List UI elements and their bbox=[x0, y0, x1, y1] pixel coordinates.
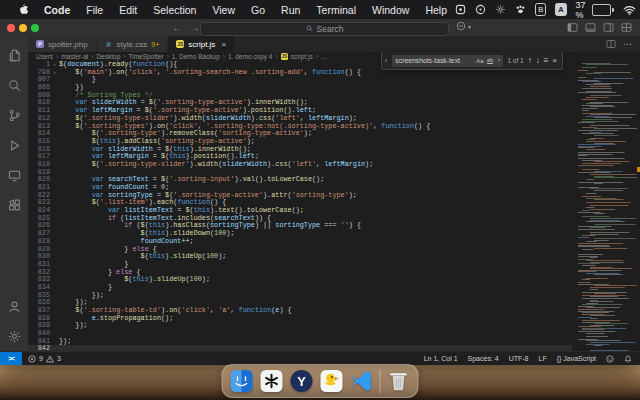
code-line[interactable]: 811 var leftMargin = $('.sorting-type-ac… bbox=[28, 107, 572, 115]
code-line[interactable]: 810 var sliderWidth = $('.sorting-type-a… bbox=[28, 99, 572, 107]
code-line[interactable]: 814 $('.sorting-type').removeClass('sort… bbox=[28, 130, 572, 138]
problems-status[interactable]: 9 3 bbox=[22, 355, 67, 363]
code-line[interactable]: 816 var sliderWidth = $(this).innerWidth… bbox=[28, 146, 572, 154]
menu-item-help[interactable]: Help bbox=[417, 0, 455, 19]
regex-toggle[interactable]: .* bbox=[496, 58, 500, 64]
paw-icon[interactable] bbox=[515, 4, 526, 15]
code-line[interactable]: 807 } bbox=[28, 76, 572, 84]
menu-item-file[interactable]: File bbox=[78, 0, 111, 19]
code-line[interactable]: 835 }); bbox=[28, 292, 572, 300]
fold-chevron-icon[interactable]: › bbox=[50, 61, 59, 69]
code-line[interactable]: 831 } bbox=[28, 261, 572, 269]
menu-item-window[interactable]: Window bbox=[364, 0, 417, 19]
menu-item-go[interactable]: Go bbox=[243, 0, 273, 19]
breadcrumb-item[interactable]: script.js bbox=[291, 53, 313, 60]
run-debug-icon[interactable] bbox=[0, 130, 28, 160]
code-line[interactable]: 812 $('.sorting-type-slider').width(slid… bbox=[28, 115, 572, 123]
code-line[interactable]: 817 var leftMargin = $(this).position().… bbox=[28, 153, 572, 161]
letter-b-icon[interactable]: B bbox=[535, 3, 546, 16]
next-match-button[interactable]: ↓ bbox=[536, 57, 540, 65]
maximize-window-button[interactable] bbox=[31, 24, 39, 32]
menu-item-selection[interactable]: Selection bbox=[145, 0, 204, 19]
status-item-utf-8[interactable]: UTF-8 bbox=[509, 355, 529, 362]
code-line[interactable]: 823 $('.list-item').each(function() { bbox=[28, 199, 572, 207]
wifi-icon[interactable] bbox=[623, 5, 636, 15]
code-line[interactable]: 827 $(this).slideDown(100); bbox=[28, 230, 572, 238]
tab-style-css[interactable]: #style.css9+ bbox=[97, 36, 169, 52]
code-line[interactable]: 818 $('.sorting-type-slider').width(slid… bbox=[28, 161, 572, 169]
code-line[interactable]: 808 }) bbox=[28, 84, 572, 92]
minimize-window-button[interactable] bbox=[19, 24, 27, 32]
code-line[interactable]: 837 $('.sorting-table-td').on('click', '… bbox=[28, 307, 572, 315]
settings-icon[interactable] bbox=[0, 321, 28, 351]
dock-icon-chatgpt[interactable] bbox=[260, 369, 284, 393]
breadcrumb-symbol[interactable]: … bbox=[321, 53, 328, 60]
fold-chevron-icon[interactable]: › bbox=[50, 69, 59, 77]
code-line[interactable]: 829 } else { bbox=[28, 246, 572, 254]
source-control-icon[interactable] bbox=[0, 100, 28, 130]
remote-explorer-icon[interactable] bbox=[0, 160, 28, 190]
navigate-back-button[interactable]: ← bbox=[172, 22, 182, 33]
find-input[interactable] bbox=[395, 57, 473, 64]
code-line[interactable]: 842 bbox=[28, 345, 572, 351]
close-tab-icon[interactable]: × bbox=[221, 40, 226, 49]
breadcrumb-item[interactable]: 1. demo copy 4 bbox=[228, 53, 272, 60]
menu-item-code[interactable]: Code bbox=[36, 0, 78, 19]
letter-a-icon[interactable]: A bbox=[555, 3, 566, 16]
tab-spotter-php[interactable]: Pspotter.php bbox=[28, 36, 97, 52]
close-window-button[interactable] bbox=[7, 24, 15, 32]
code-line[interactable]: 832 } else { bbox=[28, 269, 572, 277]
tab-script-js[interactable]: JSscript.js× bbox=[168, 36, 235, 52]
status-item-ln[interactable]: Ln 1, Col 1 bbox=[424, 355, 458, 362]
whole-word-toggle[interactable]: ab bbox=[487, 57, 494, 64]
explorer-icon[interactable] bbox=[0, 40, 28, 70]
status-item-spaces[interactable]: Spaces: 4 bbox=[468, 355, 499, 362]
command-center-search[interactable]: Search bbox=[200, 22, 449, 36]
menu-item-view[interactable]: View bbox=[204, 0, 243, 19]
extensions-icon[interactable] bbox=[0, 190, 28, 220]
customize-layout-icon[interactable] bbox=[621, 22, 632, 33]
code-editor[interactable]: 1›$(document).ready(function(){798› $('m… bbox=[28, 61, 640, 351]
remote-indicator[interactable]: >< bbox=[0, 352, 22, 365]
battery-indicator[interactable]: 37 % bbox=[576, 0, 614, 20]
split-editor-icon[interactable] bbox=[606, 39, 616, 49]
menu-item-run[interactable]: Run bbox=[273, 0, 308, 19]
toggle-primary-sidebar-icon[interactable] bbox=[567, 22, 578, 33]
code-line[interactable]: 840 bbox=[28, 330, 572, 338]
code-line[interactable]: 841}); bbox=[28, 338, 572, 346]
dock-icon-y-browser[interactable]: Y bbox=[290, 369, 314, 393]
code-line[interactable]: 819 bbox=[28, 169, 572, 177]
code-line[interactable]: 813 $('.sorting-types').on('click', '.so… bbox=[28, 123, 572, 131]
dock-icon-cyberduck[interactable] bbox=[320, 369, 344, 393]
breadcrumb-item[interactable]: TimeSpotter bbox=[128, 53, 163, 60]
code-line[interactable]: 833 $(this).slideUp(100); bbox=[28, 276, 572, 284]
toggle-panel-icon[interactable] bbox=[585, 22, 596, 33]
code-line[interactable]: 830 $(this).slideUp(100); bbox=[28, 253, 572, 261]
apple-menu[interactable] bbox=[9, 0, 36, 19]
profile-dropdown-icon[interactable]: ▾ bbox=[456, 21, 471, 31]
code-line[interactable]: 809 /* Sorting Types */ bbox=[28, 92, 572, 100]
line-number[interactable]: 842 bbox=[28, 345, 50, 351]
code-line[interactable]: 839 }); bbox=[28, 322, 572, 330]
toggle-secondary-sidebar-icon[interactable] bbox=[603, 22, 614, 33]
breadcrumb-item[interactable]: 1. Demo Backup bbox=[172, 53, 220, 60]
navigate-forward-button[interactable]: → bbox=[190, 22, 200, 33]
accounts-icon[interactable] bbox=[0, 291, 28, 321]
code-line[interactable]: 838 e.stopPropagation(); bbox=[28, 315, 572, 323]
find-in-selection-button[interactable]: ≡ bbox=[544, 57, 549, 65]
status-item-{}[interactable]: {} JavaScript bbox=[557, 355, 596, 362]
code-line[interactable]: 824 var listItemText = $(this).text().to… bbox=[28, 207, 572, 215]
close-find-widget-button[interactable]: × bbox=[552, 57, 557, 65]
square-icon[interactable] bbox=[455, 4, 466, 15]
code-line[interactable]: 828 foundCount++; bbox=[28, 238, 572, 246]
gear-icon[interactable] bbox=[495, 4, 506, 15]
match-case-toggle[interactable]: Aa bbox=[476, 58, 483, 64]
breadcrumb-item[interactable]: master-al bbox=[61, 53, 88, 60]
code-line[interactable]: 834 } bbox=[28, 284, 572, 292]
menu-item-terminal[interactable]: Terminal bbox=[308, 0, 364, 19]
dock-icon-vscode[interactable] bbox=[350, 369, 374, 393]
notifications-bell-icon[interactable] bbox=[624, 355, 632, 363]
dock-icon-finder[interactable] bbox=[230, 369, 254, 393]
breadcrumb-item[interactable]: Desktop bbox=[96, 53, 120, 60]
code-line[interactable]: 820 var searchText = $('.sorting-input')… bbox=[28, 176, 572, 184]
